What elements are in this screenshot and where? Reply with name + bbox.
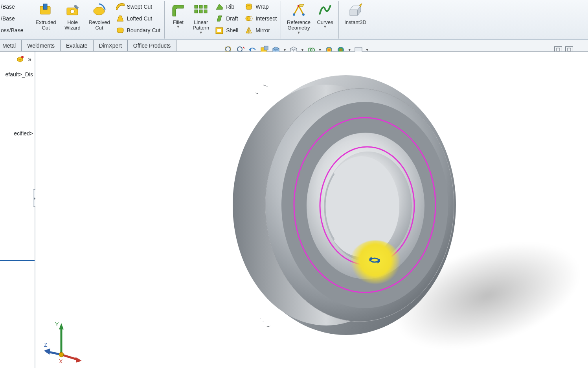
ribbon-group-instant3d: Instant3D xyxy=(339,1,372,39)
boundary-cut-label: Boundary Cut xyxy=(127,27,161,33)
swept-cut-label: Swept Cut xyxy=(127,4,153,10)
feature-manager-tab-icon[interactable] xyxy=(16,55,24,63)
tab-dimxpert[interactable]: DimXpert xyxy=(94,40,128,51)
instant3d-icon xyxy=(347,2,364,19)
revolved-cut-button[interactable]: Revolved Cut xyxy=(86,1,113,31)
triad-y-label: Y xyxy=(55,321,59,327)
tab-weldments[interactable]: Weldments xyxy=(22,40,61,51)
tree-item-display-state[interactable]: efault>_Dis xyxy=(0,67,35,79)
tab-evaluate[interactable]: Evaluate xyxy=(61,40,93,51)
boundary-cut-button[interactable]: Boundary Cut xyxy=(114,24,162,36)
svg-rect-16 xyxy=(246,4,252,9)
mirror-label: Mirror xyxy=(255,27,270,33)
hole-wizard-button[interactable]: Hole Wizard xyxy=(59,1,86,31)
svg-point-17 xyxy=(246,16,250,21)
curves-button[interactable]: Curves ▼ xyxy=(314,1,336,29)
svg-point-99 xyxy=(324,156,399,257)
intersect-label: Intersect xyxy=(255,15,277,22)
linear-pattern-label: Linear Pattern xyxy=(193,20,209,31)
svg-rect-10 xyxy=(195,10,198,13)
intersect-button[interactable]: Intersect xyxy=(243,13,278,24)
ribbon-group-reference: Reference Geometry ▼ Curves ▼ xyxy=(281,1,339,39)
svg-rect-12 xyxy=(204,10,207,13)
hole-wizard-label: Hole Wizard xyxy=(64,20,80,31)
draft-label: Draft xyxy=(226,15,238,22)
curves-label: Curves xyxy=(317,20,333,25)
svg-marker-108 xyxy=(75,357,82,362)
boundary-boss-base-label[interactable]: oss/Base xyxy=(1,24,28,36)
triad-z-label: Z xyxy=(44,342,48,348)
instant3d-button[interactable]: Instant3D xyxy=(341,1,369,25)
feature-manager-tabs: » xyxy=(0,52,35,67)
svg-point-3 xyxy=(70,9,74,13)
extruded-cut-button[interactable]: Extruded Cut xyxy=(33,1,59,31)
svg-rect-6 xyxy=(117,28,123,33)
lofted-cut-button[interactable]: Lofted Cut xyxy=(114,13,162,24)
reference-geometry-button[interactable]: Reference Geometry ▼ xyxy=(283,1,314,35)
rib-label: Rib xyxy=(226,4,234,10)
swept-cut-icon xyxy=(116,2,125,11)
ribbon-group-cut: Extruded Cut Hole Wizard Revolved Cut Sw… xyxy=(30,1,165,39)
mirror-button[interactable]: Mirror xyxy=(243,24,278,36)
hole-wizard-icon xyxy=(64,2,81,19)
tab-sheet-metal[interactable]: Metal xyxy=(0,40,22,51)
svg-point-111 xyxy=(59,352,64,357)
svg-rect-39 xyxy=(557,48,560,51)
svg-rect-7 xyxy=(195,5,198,8)
graphics-viewport[interactable]: Y X Z xyxy=(35,52,588,368)
linear-pattern-button[interactable]: Linear Pattern ▼ xyxy=(189,1,213,35)
draft-button[interactable]: Draft xyxy=(213,13,240,24)
chevron-down-icon: ▼ xyxy=(199,31,203,35)
view-triad: Y X Z xyxy=(43,321,83,364)
svg-rect-9 xyxy=(204,5,207,8)
shell-label: Shell xyxy=(226,27,238,33)
draft-icon xyxy=(215,14,224,23)
boundary-cut-icon xyxy=(116,26,125,35)
fillet-button[interactable]: Fillet ▼ xyxy=(167,1,189,29)
chevron-down-icon: ▼ xyxy=(176,25,180,29)
rotate-view-cursor-icon xyxy=(368,254,382,266)
tree-item-material[interactable]: ecified> xyxy=(0,126,35,138)
svg-point-4 xyxy=(94,7,105,15)
model-pulley xyxy=(204,55,487,355)
rib-button[interactable]: Rib xyxy=(213,1,240,13)
reference-geometry-icon xyxy=(290,2,307,19)
fillet-icon xyxy=(170,2,186,19)
svg-rect-1 xyxy=(43,4,47,9)
intersect-icon xyxy=(244,14,253,23)
tab-office-products[interactable]: Office Products xyxy=(128,40,176,51)
feature-manager-panel: » efault>_Dis ecified> ▸ xyxy=(0,52,35,368)
svg-rect-11 xyxy=(199,10,202,13)
ribbon-group-boss-base: /Base /Base oss/Base xyxy=(0,1,30,39)
lofted-cut-label: Lofted Cut xyxy=(127,15,153,22)
instant3d-label: Instant3D xyxy=(344,20,366,25)
svg-marker-106 xyxy=(59,323,64,329)
triad-x-label: X xyxy=(59,358,63,364)
svg-rect-24 xyxy=(350,10,358,15)
svg-marker-110 xyxy=(44,348,50,355)
chevron-down-icon: ▼ xyxy=(323,25,327,29)
shell-button[interactable]: Shell xyxy=(213,24,240,36)
svg-rect-40 xyxy=(568,48,571,51)
svg-point-21 xyxy=(302,13,305,16)
fillet-label: Fillet xyxy=(173,20,183,25)
svg-rect-32 xyxy=(264,46,268,50)
extruded-cut-icon xyxy=(38,2,54,19)
extruded-cut-label: Extruded Cut xyxy=(36,20,56,31)
svg-point-41 xyxy=(21,56,24,58)
expand-panel-icon[interactable]: » xyxy=(28,56,31,63)
rib-icon xyxy=(215,2,224,11)
wrap-label: Wrap xyxy=(255,4,268,10)
linear-pattern-icon xyxy=(193,2,209,19)
svg-rect-23 xyxy=(299,4,303,7)
ribbon-group-features: Fillet ▼ Linear Pattern ▼ Rib xyxy=(165,1,281,39)
svg-rect-8 xyxy=(199,5,202,8)
svg-point-20 xyxy=(293,13,295,16)
lofted-boss-base-label[interactable]: /Base xyxy=(1,13,28,24)
swept-cut-button[interactable]: Swept Cut xyxy=(114,1,162,13)
svg-rect-15 xyxy=(217,29,221,32)
wrap-button[interactable]: Wrap xyxy=(243,1,278,13)
curves-icon xyxy=(317,2,333,19)
swept-boss-base-label[interactable]: /Base xyxy=(1,1,28,13)
mirror-icon xyxy=(244,26,253,35)
